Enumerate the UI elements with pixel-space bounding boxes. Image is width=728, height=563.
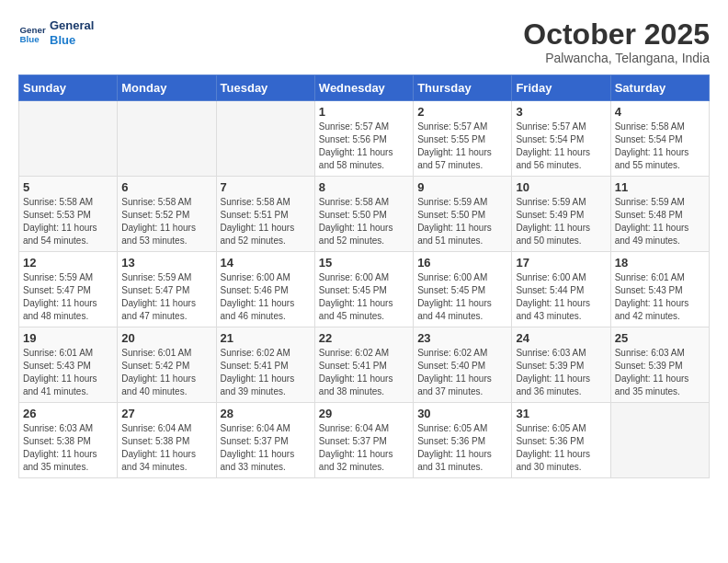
day-cell: 21Sunrise: 6:02 AM Sunset: 5:41 PM Dayli… [216,327,314,403]
day-info: Sunrise: 6:00 AM Sunset: 5:45 PM Dayligh… [417,271,507,323]
day-number: 29 [319,407,409,420]
calendar-header-row: SundayMondayTuesdayWednesdayThursdayFrid… [19,75,710,101]
day-number: 4 [615,105,705,119]
day-cell: 8Sunrise: 5:58 AM Sunset: 5:50 PM Daylig… [314,177,413,252]
day-cell: 1Sunrise: 5:57 AM Sunset: 5:56 PM Daylig… [314,101,413,177]
day-cell [19,101,118,177]
day-cell: 25Sunrise: 6:03 AM Sunset: 5:39 PM Dayli… [610,327,709,403]
day-number: 2 [417,105,507,119]
day-number: 27 [121,407,211,420]
day-number: 9 [417,180,507,194]
day-cell: 11Sunrise: 5:59 AM Sunset: 5:48 PM Dayli… [610,177,709,252]
day-info: Sunrise: 6:01 AM Sunset: 5:43 PM Dayligh… [23,347,113,398]
logo: General Blue General Blue [18,18,94,47]
day-cell: 17Sunrise: 6:00 AM Sunset: 5:44 PM Dayli… [512,252,610,327]
title-block: October 2025 Palwancha, Telangana, India [523,18,710,65]
day-info: Sunrise: 6:00 AM Sunset: 5:45 PM Dayligh… [319,271,409,323]
day-info: Sunrise: 5:57 AM Sunset: 5:54 PM Dayligh… [516,121,606,172]
day-cell: 3Sunrise: 5:57 AM Sunset: 5:54 PM Daylig… [512,101,610,177]
day-info: Sunrise: 6:02 AM Sunset: 5:41 PM Dayligh… [319,347,409,398]
day-cell: 26Sunrise: 6:03 AM Sunset: 5:38 PM Dayli… [19,403,118,478]
day-info: Sunrise: 5:58 AM Sunset: 5:50 PM Dayligh… [319,196,409,247]
day-cell: 6Sunrise: 5:58 AM Sunset: 5:52 PM Daylig… [118,177,216,252]
day-number: 8 [319,180,409,194]
day-number: 22 [319,331,409,345]
day-number: 18 [615,256,705,270]
day-info: Sunrise: 5:58 AM Sunset: 5:53 PM Dayligh… [23,196,113,247]
day-info: Sunrise: 5:59 AM Sunset: 5:47 PM Dayligh… [23,271,113,323]
location-subtitle: Palwancha, Telangana, India [523,51,710,65]
day-info: Sunrise: 5:58 AM Sunset: 5:52 PM Dayligh… [121,196,211,247]
day-cell: 30Sunrise: 6:05 AM Sunset: 5:36 PM Dayli… [414,403,512,478]
day-cell: 27Sunrise: 6:04 AM Sunset: 5:38 PM Dayli… [118,403,216,478]
day-info: Sunrise: 6:05 AM Sunset: 5:36 PM Dayligh… [516,422,606,474]
day-cell: 31Sunrise: 6:05 AM Sunset: 5:36 PM Dayli… [512,403,610,478]
day-number: 6 [121,180,211,194]
day-cell: 22Sunrise: 6:02 AM Sunset: 5:41 PM Dayli… [314,327,413,403]
day-cell: 12Sunrise: 5:59 AM Sunset: 5:47 PM Dayli… [19,252,118,327]
day-header-wednesday: Wednesday [314,75,413,101]
day-info: Sunrise: 5:58 AM Sunset: 5:51 PM Dayligh… [221,196,311,247]
day-info: Sunrise: 6:05 AM Sunset: 5:36 PM Dayligh… [417,422,507,474]
day-number: 10 [516,180,606,194]
day-info: Sunrise: 5:59 AM Sunset: 5:48 PM Dayligh… [615,196,705,247]
logo-icon: General Blue [18,19,46,47]
day-info: Sunrise: 6:00 AM Sunset: 5:46 PM Dayligh… [221,271,311,323]
day-number: 20 [121,331,211,345]
day-number: 25 [615,331,705,345]
day-cell: 24Sunrise: 6:03 AM Sunset: 5:39 PM Dayli… [512,327,610,403]
day-number: 12 [23,256,113,270]
day-cell: 7Sunrise: 5:58 AM Sunset: 5:51 PM Daylig… [216,177,314,252]
day-info: Sunrise: 6:04 AM Sunset: 5:37 PM Dayligh… [221,422,311,474]
day-info: Sunrise: 5:57 AM Sunset: 5:55 PM Dayligh… [417,121,507,172]
day-number: 17 [516,256,606,270]
day-cell [216,101,314,177]
week-row-1: 1Sunrise: 5:57 AM Sunset: 5:56 PM Daylig… [19,101,710,177]
month-title: October 2025 [523,18,710,51]
day-number: 30 [417,407,507,420]
week-row-4: 19Sunrise: 6:01 AM Sunset: 5:43 PM Dayli… [19,327,710,403]
day-number: 3 [516,105,606,119]
logo-text-general: General [50,18,94,33]
day-cell: 18Sunrise: 6:01 AM Sunset: 5:43 PM Dayli… [610,252,709,327]
svg-text:Blue: Blue [20,33,40,43]
day-header-monday: Monday [118,75,216,101]
week-row-2: 5Sunrise: 5:58 AM Sunset: 5:53 PM Daylig… [19,177,710,252]
day-header-sunday: Sunday [19,75,118,101]
day-info: Sunrise: 6:02 AM Sunset: 5:41 PM Dayligh… [221,347,311,398]
day-cell [118,101,216,177]
day-info: Sunrise: 6:01 AM Sunset: 5:43 PM Dayligh… [615,271,705,323]
day-info: Sunrise: 6:01 AM Sunset: 5:42 PM Dayligh… [121,347,211,398]
day-cell: 10Sunrise: 5:59 AM Sunset: 5:49 PM Dayli… [512,177,610,252]
day-number: 19 [23,331,113,345]
week-row-3: 12Sunrise: 5:59 AM Sunset: 5:47 PM Dayli… [19,252,710,327]
day-cell: 14Sunrise: 6:00 AM Sunset: 5:46 PM Dayli… [216,252,314,327]
day-info: Sunrise: 5:57 AM Sunset: 5:56 PM Dayligh… [319,121,409,172]
day-number: 15 [319,256,409,270]
day-cell: 5Sunrise: 5:58 AM Sunset: 5:53 PM Daylig… [19,177,118,252]
day-number: 14 [221,256,311,270]
day-cell: 23Sunrise: 6:02 AM Sunset: 5:40 PM Dayli… [414,327,512,403]
day-number: 26 [23,407,113,420]
day-number: 28 [221,407,311,420]
day-info: Sunrise: 5:58 AM Sunset: 5:54 PM Dayligh… [615,121,705,172]
day-number: 7 [221,180,311,194]
day-cell: 16Sunrise: 6:00 AM Sunset: 5:45 PM Dayli… [414,252,512,327]
day-cell: 15Sunrise: 6:00 AM Sunset: 5:45 PM Dayli… [314,252,413,327]
day-info: Sunrise: 6:03 AM Sunset: 5:39 PM Dayligh… [516,347,606,398]
day-number: 13 [121,256,211,270]
day-cell: 19Sunrise: 6:01 AM Sunset: 5:43 PM Dayli… [19,327,118,403]
day-header-tuesday: Tuesday [216,75,314,101]
calendar-table: SundayMondayTuesdayWednesdayThursdayFrid… [18,75,710,478]
logo-text-blue: Blue [50,33,94,48]
day-number: 24 [516,331,606,345]
day-info: Sunrise: 5:59 AM Sunset: 5:50 PM Dayligh… [417,196,507,247]
day-number: 5 [23,180,113,194]
day-cell: 9Sunrise: 5:59 AM Sunset: 5:50 PM Daylig… [414,177,512,252]
page-header: General Blue General Blue October 2025 P… [18,18,710,65]
day-info: Sunrise: 6:00 AM Sunset: 5:44 PM Dayligh… [516,271,606,323]
week-row-5: 26Sunrise: 6:03 AM Sunset: 5:38 PM Dayli… [19,403,710,478]
day-cell: 13Sunrise: 5:59 AM Sunset: 5:47 PM Dayli… [118,252,216,327]
day-number: 11 [615,180,705,194]
day-info: Sunrise: 6:02 AM Sunset: 5:40 PM Dayligh… [417,347,507,398]
